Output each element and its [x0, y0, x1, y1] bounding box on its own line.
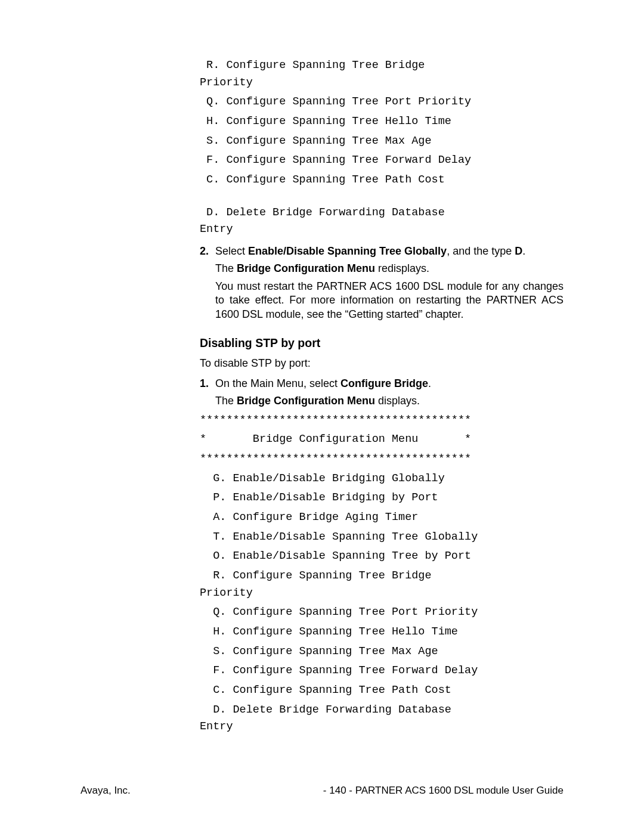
menu-item-d: D. Delete Bridge Forwarding Database Ent… [200, 205, 564, 239]
menu-item-q: Q. Configure Spanning Tree Port Priority [200, 604, 564, 621]
menu-item-g: G. Enable/Disable Bridging Globally [200, 470, 564, 488]
menu-item-t: T. Enable/Disable Spanning Tree Globally [200, 529, 564, 546]
text: displays. [375, 395, 420, 407]
menu-item-r: R. Configure Spanning Tree Bridge Priori… [200, 57, 564, 91]
bold-text: Bridge Configuration Menu [237, 262, 375, 274]
menu-item-h: H. Configure Spanning Tree Hello Time [200, 624, 564, 641]
step-number: 2. [200, 244, 215, 258]
text: Select [215, 245, 248, 257]
text: The [215, 395, 237, 407]
bold-text: D [515, 245, 522, 257]
menu-stars-top: ****************************************… [200, 412, 564, 429]
menu-stars-bottom: ****************************************… [200, 451, 564, 468]
menu-item-c: C. Configure Spanning Tree Path Cost [200, 172, 564, 189]
menu-item-q: Q. Configure Spanning Tree Port Priority [200, 94, 564, 111]
bold-text: Configure Bridge [340, 377, 428, 389]
blank-line [200, 191, 564, 202]
bold-text: Enable/Disable Spanning Tree Globally [248, 245, 447, 257]
text: . [522, 245, 525, 257]
section-heading: Disabling STP by port [200, 336, 564, 351]
footer: Avaya, Inc. - 140 - PARTNER ACS 1600 DSL… [80, 784, 564, 797]
menu-title: * Bridge Configuration Menu * [200, 431, 564, 448]
step-1: 1. On the Main Menu, select Configure Br… [200, 377, 564, 391]
page: R. Configure Spanning Tree Bridge Priori… [0, 0, 644, 833]
bridge-config-menu: ****************************************… [200, 412, 564, 736]
top-menu-fragment: R. Configure Spanning Tree Bridge Priori… [200, 57, 564, 239]
text: On the Main Menu, select [215, 377, 340, 389]
step-number: 1. [200, 377, 215, 391]
menu-item-f: F. Configure Spanning Tree Forward Delay [200, 152, 564, 169]
text: , and the type [447, 245, 515, 257]
menu-item-h: H. Configure Spanning Tree Hello Time [200, 113, 564, 131]
step-body: On the Main Menu, select Configure Bridg… [215, 377, 564, 391]
menu-item-s: S. Configure Spanning Tree Max Age [200, 643, 564, 661]
step-2: 2. Select Enable/Disable Spanning Tree G… [200, 244, 564, 258]
step-body: Select Enable/Disable Spanning Tree Glob… [215, 244, 564, 258]
menu-item-o: O. Enable/Disable Spanning Tree by Port [200, 548, 564, 565]
menu-item-d: D. Delete Bridge Forwarding Database Ent… [200, 702, 564, 736]
menu-item-f: F. Configure Spanning Tree Forward Delay [200, 662, 564, 680]
menu-item-r: R. Configure Spanning Tree Bridge Priori… [200, 568, 564, 602]
footer-right: - 140 - PARTNER ACS 1600 DSL module User… [131, 784, 564, 797]
intro-line: To disable STP by port: [200, 357, 564, 370]
displays-line: The Bridge Configuration Menu displays. [215, 394, 564, 408]
text: . [428, 377, 431, 389]
menu-item-p: P. Enable/Disable Bridging by Port [200, 490, 564, 507]
text: The [215, 262, 237, 274]
text: redisplays. [375, 262, 429, 274]
menu-item-c: C. Configure Spanning Tree Path Cost [200, 682, 564, 699]
content-column: R. Configure Spanning Tree Bridge Priori… [200, 57, 564, 736]
bold-text: Bridge Configuration Menu [237, 395, 375, 407]
footer-left: Avaya, Inc. [80, 784, 131, 797]
menu-item-a: A. Configure Bridge Aging Timer [200, 509, 564, 527]
restart-paragraph: You must restart the PARTNER ACS 1600 DS… [215, 280, 564, 321]
menu-item-s: S. Configure Spanning Tree Max Age [200, 133, 564, 150]
redisplay-line: The Bridge Configuration Menu redisplays… [215, 262, 564, 275]
